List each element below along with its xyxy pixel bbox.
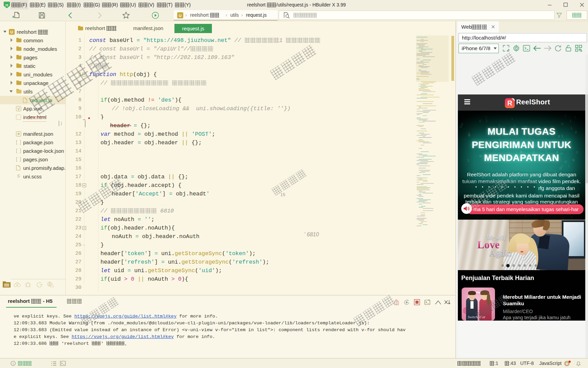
svg-text:U: U [179, 14, 182, 18]
svg-text:H: H [5, 3, 8, 7]
svg-text:V: V [17, 107, 20, 111]
svg-text:U: U [11, 30, 13, 34]
